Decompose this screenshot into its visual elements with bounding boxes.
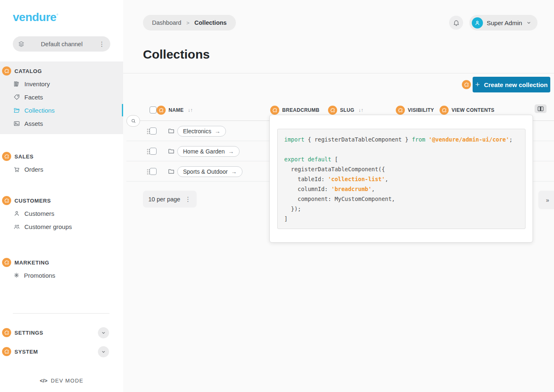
inventory-icon [13,80,20,87]
dev-mode-label: DEV MODE [51,378,83,384]
people-icon [13,223,20,230]
system-expand-button[interactable] [98,346,109,357]
column-header-breadcrumb[interactable]: BREADCRUMB [270,106,319,115]
settings-expand-button[interactable] [98,327,109,338]
items-per-page-button[interactable]: 10 per page ⋮ [143,191,197,208]
nav-section-system: SYSTEM [0,345,123,358]
next-page-button[interactable]: » [538,191,554,209]
search-icon [131,118,136,124]
dev-extension-badge-view-contents-column[interactable] [440,106,449,115]
sidebar-item-collections[interactable]: Collections [0,104,123,117]
dev-mode-toggle[interactable]: </> DEV MODE [0,378,123,384]
tag-icon [13,94,20,101]
dev-extension-badge-catalog[interactable] [2,66,11,76]
sidebar-item-label: Facets [24,94,43,101]
main-content: Dashboard > Collections Super Admin Coll… [123,0,554,392]
sidebar-item-inventory[interactable]: Inventory [0,77,123,90]
column-label: VIEW CONTENTS [452,107,495,113]
bell-icon [453,19,460,26]
folder-icon [168,168,175,175]
chevron-down-icon [101,349,106,354]
nav-section-marketing: MARKETING Promotions [0,253,123,286]
sidebar-item-facets[interactable]: Facets [0,90,123,104]
nav-section-sales: SALES Orders [0,147,123,180]
channel-selector[interactable]: Default channel ⋮ [13,36,110,52]
column-label: SLUG [340,107,354,113]
user-menu[interactable]: Super Admin [469,15,537,31]
dev-extension-badge-sales[interactable] [2,152,11,161]
select-all-checkbox[interactable] [150,106,157,113]
dev-extension-badge-create-button[interactable] [462,80,471,89]
page-title: Collections [143,47,210,61]
person-icon [474,20,480,26]
dev-extension-badge-breadcrumb-column[interactable] [270,106,279,115]
nav-section-catalog: CATALOG Inventory Facets Collections [0,61,123,134]
dev-extension-badge-visibility-column[interactable] [396,106,405,115]
sidebar-item-label: Customers [24,210,55,217]
notifications-button[interactable] [449,16,463,30]
nav-section-label: SETTINGS [14,330,95,336]
sidebar-item-orders[interactable]: Orders [0,163,123,176]
breadcrumb: Dashboard > Collections [143,15,236,31]
sidebar-item-assets[interactable]: Assets [0,117,123,130]
column-header-view-contents[interactable]: VIEW CONTENTS [440,106,495,115]
create-new-collection-button[interactable]: + Create new collection [473,77,550,92]
sparkle-icon [13,272,20,279]
sort-icon[interactable]: ↓↑ [359,107,364,113]
vendure-logo[interactable]: vendure° [13,11,123,24]
sort-icon[interactable]: ↓↑ [188,107,193,113]
sidebar-item-promotions[interactable]: Promotions [0,269,123,282]
items-per-page-label: 10 per page [148,196,180,203]
column-header-name[interactable]: NAME ↓↑ [157,106,193,115]
nav-section-customers: CUSTOMERS Customers Customer groups [0,191,123,237]
row-checkbox[interactable] [150,168,157,175]
image-icon [13,120,20,127]
collection-name: Sports & Outdoor [183,168,228,175]
kebab-icon: ⋮ [185,196,191,203]
drag-handle[interactable] [147,169,150,175]
folder-icon [168,128,175,135]
arrow-right-icon: → [231,168,237,175]
collection-link[interactable]: Sports & Outdoor → [177,166,243,177]
columns-icon [537,106,544,111]
nav-section-label: CATALOG [14,68,42,74]
column-picker-button[interactable] [535,104,547,113]
column-header-slug[interactable]: SLUG ↓↑ [328,106,364,115]
drag-handle[interactable] [147,149,150,154]
user-name: Super Admin [487,19,522,26]
collection-link[interactable]: Home & Garden → [177,146,240,157]
sidebar-item-label: Inventory [24,80,50,87]
dev-extension-badge-name-column[interactable] [157,106,166,115]
column-header-visibility[interactable]: VISIBILITY [396,106,434,115]
nav-section-label: CUSTOMERS [14,198,51,204]
dev-extension-badge-system[interactable] [2,347,11,356]
dev-extension-badge-settings[interactable] [2,328,11,337]
row-checkbox[interactable] [150,148,157,155]
collection-name: Electronics [183,128,211,135]
row-checkbox[interactable] [150,128,157,135]
arrow-right-icon: → [214,128,220,135]
nav-section-label: MARKETING [14,260,49,266]
breadcrumb-item-collections: Collections [195,19,227,26]
dev-extension-badge-marketing[interactable] [2,258,11,267]
breadcrumb-item-dashboard[interactable]: Dashboard [152,19,181,26]
sidebar-divider [13,313,109,314]
search-toggle[interactable] [126,115,140,127]
sidebar-item-label: Promotions [24,272,55,279]
dev-extension-badge-slug-column[interactable] [328,106,337,115]
dev-mode-popup: import { registerDataTableComponent } fr… [269,115,533,243]
sidebar-item-customers[interactable]: Customers [0,207,123,220]
column-label: VISIBILITY [408,107,434,113]
dev-extension-badge-customers[interactable] [2,196,11,205]
create-button-label: Create new collection [484,81,547,88]
sidebar-nav: CATALOG Inventory Facets Collections [0,61,123,392]
sidebar-item-customer-groups[interactable]: Customer groups [0,220,123,233]
avatar [472,17,483,28]
collection-link[interactable]: Electronics → [177,126,226,137]
nav-section-label: SYSTEM [14,349,95,355]
column-label: BREADCRUMB [282,107,319,113]
layers-icon [18,40,25,47]
channel-menu-kebab-icon[interactable]: ⋮ [99,40,105,48]
drag-handle[interactable] [147,128,150,134]
chevron-down-icon [101,330,106,335]
